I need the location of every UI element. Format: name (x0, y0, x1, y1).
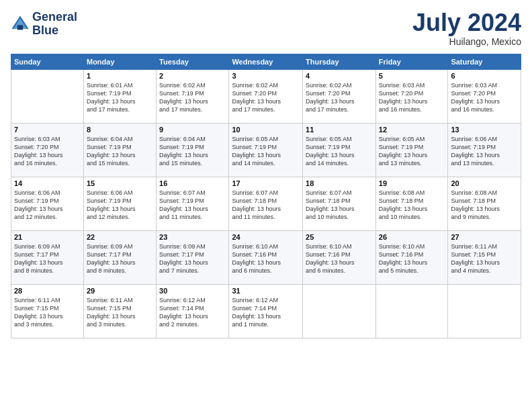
day-info: Sunrise: 6:10 AMSunset: 7:16 PMDaylight:… (232, 242, 300, 275)
table-row: 9Sunrise: 6:04 AMSunset: 7:19 PMDaylight… (157, 124, 229, 177)
day-number: 23 (159, 233, 226, 241)
table-row: 14Sunrise: 6:06 AMSunset: 7:19 PMDayligh… (11, 177, 84, 231)
table-row: 13Sunrise: 6:06 AMSunset: 7:19 PMDayligh… (448, 124, 521, 177)
day-number: 1 (87, 72, 153, 80)
table-row: 15Sunrise: 6:06 AMSunset: 7:19 PMDayligh… (83, 177, 156, 231)
day-number: 28 (14, 287, 81, 295)
table-row: 22Sunrise: 6:09 AMSunset: 7:17 PMDayligh… (83, 231, 156, 285)
day-info: Sunrise: 6:04 AMSunset: 7:19 PMDaylight:… (159, 135, 226, 168)
day-info: Sunrise: 6:04 AMSunset: 7:19 PMDaylight:… (87, 135, 153, 168)
table-row: 4Sunrise: 6:02 AMSunset: 7:20 PMDaylight… (303, 70, 376, 124)
day-info: Sunrise: 6:11 AMSunset: 7:15 PMDaylight:… (87, 296, 153, 329)
day-number: 14 (14, 179, 81, 187)
day-number: 18 (306, 179, 373, 187)
table-row: 27Sunrise: 6:11 AMSunset: 7:15 PMDayligh… (448, 231, 521, 285)
day-info: Sunrise: 6:11 AMSunset: 7:15 PMDaylight:… (451, 242, 518, 275)
day-number: 21 (14, 233, 81, 241)
title-block: July 2024 Huilango, Mexico (412, 11, 521, 47)
table-row: 10Sunrise: 6:05 AMSunset: 7:19 PMDayligh… (229, 124, 303, 177)
table-row: 5Sunrise: 6:03 AMSunset: 7:20 PMDaylight… (375, 70, 448, 124)
day-info: Sunrise: 6:07 AMSunset: 7:19 PMDaylight:… (159, 189, 226, 222)
table-row: 6Sunrise: 6:03 AMSunset: 7:20 PMDaylight… (448, 70, 521, 124)
day-info: Sunrise: 6:05 AMSunset: 7:19 PMDaylight:… (379, 135, 445, 168)
table-row: 19Sunrise: 6:08 AMSunset: 7:18 PMDayligh… (375, 177, 448, 231)
calendar-page: General Blue July 2024 Huilango, Mexico … (0, 0, 532, 411)
day-info: Sunrise: 6:09 AMSunset: 7:17 PMDaylight:… (159, 242, 226, 275)
calendar-week-row: 7Sunrise: 6:03 AMSunset: 7:20 PMDaylight… (11, 124, 521, 177)
day-number: 7 (14, 126, 81, 134)
day-number: 19 (379, 179, 445, 187)
day-number: 29 (87, 287, 153, 295)
day-info: Sunrise: 6:10 AMSunset: 7:16 PMDaylight:… (379, 242, 445, 275)
table-row: 31Sunrise: 6:12 AMSunset: 7:14 PMDayligh… (229, 285, 303, 338)
col-thursday: Thursday (303, 54, 376, 70)
table-row (303, 285, 376, 338)
table-row: 18Sunrise: 6:07 AMSunset: 7:18 PMDayligh… (303, 177, 376, 231)
day-info: Sunrise: 6:02 AMSunset: 7:20 PMDaylight:… (306, 81, 373, 114)
day-number: 22 (87, 233, 153, 241)
table-row (11, 70, 84, 124)
day-info: Sunrise: 6:01 AMSunset: 7:19 PMDaylight:… (87, 81, 153, 114)
day-info: Sunrise: 6:08 AMSunset: 7:18 PMDaylight:… (451, 189, 518, 222)
day-number: 9 (159, 126, 226, 134)
day-number: 27 (451, 233, 518, 241)
day-number: 4 (306, 72, 373, 80)
table-row: 20Sunrise: 6:08 AMSunset: 7:18 PMDayligh… (448, 177, 521, 231)
day-number: 30 (159, 287, 226, 295)
day-info: Sunrise: 6:03 AMSunset: 7:20 PMDaylight:… (451, 81, 518, 114)
table-row: 28Sunrise: 6:11 AMSunset: 7:15 PMDayligh… (11, 285, 84, 338)
table-row (375, 285, 448, 338)
day-info: Sunrise: 6:02 AMSunset: 7:19 PMDaylight:… (159, 81, 226, 114)
table-row: 23Sunrise: 6:09 AMSunset: 7:17 PMDayligh… (157, 231, 229, 285)
logo: General Blue (11, 11, 77, 38)
svg-rect-2 (17, 25, 23, 30)
table-row: 7Sunrise: 6:03 AMSunset: 7:20 PMDaylight… (11, 124, 84, 177)
day-number: 16 (159, 179, 226, 187)
table-row: 16Sunrise: 6:07 AMSunset: 7:19 PMDayligh… (157, 177, 229, 231)
col-tuesday: Tuesday (157, 54, 229, 70)
day-info: Sunrise: 6:06 AMSunset: 7:19 PMDaylight:… (451, 135, 518, 168)
day-info: Sunrise: 6:02 AMSunset: 7:20 PMDaylight:… (232, 81, 300, 114)
table-row: 30Sunrise: 6:12 AMSunset: 7:14 PMDayligh… (157, 285, 229, 338)
day-info: Sunrise: 6:07 AMSunset: 7:18 PMDaylight:… (232, 189, 300, 222)
day-info: Sunrise: 6:10 AMSunset: 7:16 PMDaylight:… (306, 242, 373, 275)
day-info: Sunrise: 6:07 AMSunset: 7:18 PMDaylight:… (306, 189, 373, 222)
day-info: Sunrise: 6:12 AMSunset: 7:14 PMDaylight:… (232, 296, 300, 329)
day-info: Sunrise: 6:05 AMSunset: 7:19 PMDaylight:… (232, 135, 300, 168)
day-info: Sunrise: 6:09 AMSunset: 7:17 PMDaylight:… (14, 242, 81, 275)
table-row: 26Sunrise: 6:10 AMSunset: 7:16 PMDayligh… (375, 231, 448, 285)
day-info: Sunrise: 6:03 AMSunset: 7:20 PMDaylight:… (14, 135, 81, 168)
day-info: Sunrise: 6:06 AMSunset: 7:19 PMDaylight:… (14, 189, 81, 222)
page-header: General Blue July 2024 Huilango, Mexico (11, 11, 521, 47)
col-friday: Friday (375, 54, 448, 70)
day-info: Sunrise: 6:12 AMSunset: 7:14 PMDaylight:… (159, 296, 226, 329)
day-number: 25 (306, 233, 373, 241)
day-number: 13 (451, 126, 518, 134)
day-number: 24 (232, 233, 300, 241)
day-number: 12 (379, 126, 445, 134)
table-row: 21Sunrise: 6:09 AMSunset: 7:17 PMDayligh… (11, 231, 84, 285)
table-row: 11Sunrise: 6:05 AMSunset: 7:19 PMDayligh… (303, 124, 376, 177)
col-wednesday: Wednesday (229, 54, 303, 70)
logo-text: General Blue (32, 11, 77, 38)
calendar-week-row: 1Sunrise: 6:01 AMSunset: 7:19 PMDaylight… (11, 70, 521, 124)
day-info: Sunrise: 6:08 AMSunset: 7:18 PMDaylight:… (379, 189, 445, 222)
day-number: 20 (451, 179, 518, 187)
col-monday: Monday (83, 54, 156, 70)
table-row: 25Sunrise: 6:10 AMSunset: 7:16 PMDayligh… (303, 231, 376, 285)
month-title: July 2024 (412, 11, 521, 35)
calendar-header-row: Sunday Monday Tuesday Wednesday Thursday… (11, 54, 521, 70)
day-info: Sunrise: 6:03 AMSunset: 7:20 PMDaylight:… (379, 81, 445, 114)
table-row: 8Sunrise: 6:04 AMSunset: 7:19 PMDaylight… (83, 124, 156, 177)
calendar-week-row: 14Sunrise: 6:06 AMSunset: 7:19 PMDayligh… (11, 177, 521, 231)
logo-icon (11, 15, 30, 34)
day-number: 6 (451, 72, 518, 80)
calendar-week-row: 21Sunrise: 6:09 AMSunset: 7:17 PMDayligh… (11, 231, 521, 285)
day-number: 26 (379, 233, 445, 241)
calendar-table: Sunday Monday Tuesday Wednesday Thursday… (11, 54, 521, 338)
location: Huilango, Mexico (412, 36, 521, 47)
day-number: 17 (232, 179, 300, 187)
day-number: 15 (87, 179, 153, 187)
table-row: 12Sunrise: 6:05 AMSunset: 7:19 PMDayligh… (375, 124, 448, 177)
calendar-week-row: 28Sunrise: 6:11 AMSunset: 7:15 PMDayligh… (11, 285, 521, 338)
